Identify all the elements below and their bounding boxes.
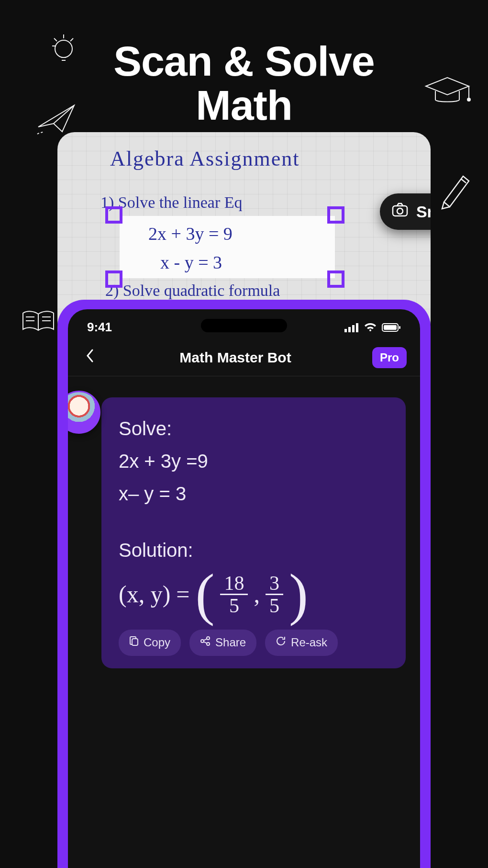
frac2-num: 3 <box>266 573 283 595</box>
frac1-num: 18 <box>220 573 248 595</box>
pro-badge[interactable]: Pro <box>372 347 407 368</box>
status-time: 9:41 <box>87 320 112 335</box>
frac1-den: 5 <box>225 595 243 616</box>
handwriting-eq2: x - y = 3 <box>160 252 222 273</box>
crop-corner-tl[interactable] <box>105 206 122 224</box>
svg-point-3 <box>397 208 403 214</box>
headline-line1: Scan & Solve <box>113 37 375 85</box>
frac2-den: 5 <box>266 595 283 616</box>
snap-button[interactable]: Snap <box>380 193 431 230</box>
screen-title: Math Master Bot <box>179 349 291 366</box>
headline-text: Scan & Solve Math <box>0 39 488 128</box>
fraction-1: 18 5 <box>220 573 248 616</box>
solve-label: Solve: <box>119 415 388 442</box>
equals-sign: = <box>176 577 189 612</box>
svg-point-13 <box>207 637 210 640</box>
svg-rect-10 <box>399 326 400 329</box>
crop-corner-bl[interactable] <box>105 271 122 288</box>
refresh-icon <box>276 634 286 651</box>
crop-corner-br[interactable] <box>327 271 344 288</box>
comma: , <box>254 577 260 612</box>
crop-selection[interactable] <box>105 206 344 288</box>
camera-icon <box>391 202 409 221</box>
open-book-icon <box>19 306 57 335</box>
wifi-icon <box>364 323 377 332</box>
phone-frame: 9:41 <box>57 300 431 868</box>
bot-avatar <box>68 391 100 434</box>
svg-rect-11 <box>132 639 138 645</box>
back-button[interactable] <box>81 348 99 368</box>
bot-message: Solve: 2x + 3y =9 x– y = 3 Solution: (x,… <box>101 397 406 668</box>
share-icon <box>200 634 211 651</box>
svg-rect-5 <box>348 327 351 332</box>
chat-area: Solve: 2x + 3y =9 x– y = 3 Solution: (x,… <box>68 376 420 668</box>
svg-rect-4 <box>344 329 347 332</box>
nav-bar: Math Master Bot Pro <box>68 335 420 376</box>
solution-expression: (x, y) = ( 18 5 , 3 5 ) <box>119 573 388 616</box>
fraction-2: 3 5 <box>266 573 283 616</box>
svg-rect-7 <box>356 323 358 332</box>
svg-rect-6 <box>352 325 355 332</box>
share-button[interactable]: Share <box>189 630 256 656</box>
handwriting-eq1: 2x + 3y = 9 <box>148 223 233 244</box>
copy-label: Copy <box>144 634 170 651</box>
crop-corner-tr[interactable] <box>327 206 344 224</box>
headline-line2: Math <box>196 81 292 129</box>
solution-lhs: (x, y) <box>119 577 170 612</box>
problem-eq2: x– y = 3 <box>119 480 388 507</box>
snap-label: Snap <box>416 203 431 221</box>
battery-icon <box>382 323 401 332</box>
reask-label: Re-ask <box>291 634 327 651</box>
message-actions: Copy Share <box>119 630 388 656</box>
copy-icon <box>129 634 139 651</box>
cellular-icon <box>344 323 359 332</box>
share-label: Share <box>215 634 246 651</box>
copy-button[interactable]: Copy <box>119 630 181 656</box>
svg-point-12 <box>201 640 204 643</box>
phone-screen: 9:41 <box>68 309 420 868</box>
headline: Scan & Solve Math <box>0 0 488 145</box>
pencil-icon <box>435 168 474 211</box>
handwriting-title: Algebra Assignment <box>110 147 300 171</box>
reask-button[interactable]: Re-ask <box>265 630 338 656</box>
solution-label: Solution: <box>119 536 388 564</box>
svg-point-14 <box>207 643 210 645</box>
dynamic-island <box>201 319 287 332</box>
problem-eq1: 2x + 3y =9 <box>119 447 388 475</box>
svg-rect-9 <box>384 325 397 330</box>
